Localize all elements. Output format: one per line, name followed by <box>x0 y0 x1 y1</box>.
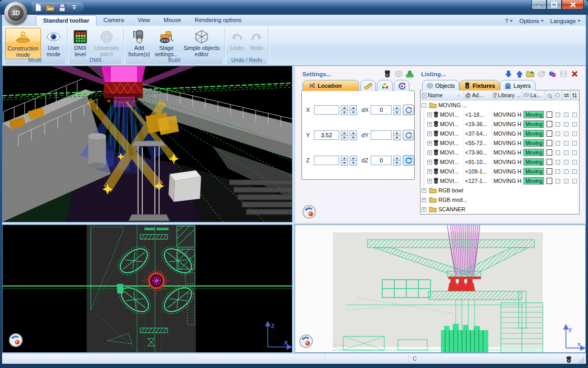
option-checkbox[interactable] <box>572 113 577 117</box>
option-checkbox[interactable] <box>555 122 560 127</box>
move-down-icon[interactable] <box>504 70 512 78</box>
option-checkbox[interactable] <box>555 169 560 174</box>
tab-view[interactable]: View <box>131 15 157 26</box>
tab-objects[interactable]: Objects <box>422 80 459 90</box>
stage-settings-button[interactable]: Stage settings... <box>153 28 180 58</box>
column-name[interactable]: Name <box>421 90 464 100</box>
maximize-button[interactable] <box>547 0 562 9</box>
simple-objects-editor-button[interactable]: Simple objects editor <box>181 28 223 58</box>
dx-input[interactable] <box>371 105 392 115</box>
color-checkbox[interactable] <box>547 149 552 156</box>
tab-mouse[interactable]: Mouse <box>157 15 188 26</box>
option-checkbox[interactable] <box>572 160 577 165</box>
option-checkbox[interactable] <box>564 131 569 136</box>
expand-toggle[interactable]: + <box>427 169 432 174</box>
x-fine-spinner[interactable] <box>350 105 357 115</box>
option-checkbox[interactable] <box>572 122 577 127</box>
dz-spinner[interactable] <box>393 156 401 166</box>
color-checkbox[interactable] <box>547 159 552 165</box>
z-coarse-spinner[interactable] <box>341 156 348 166</box>
z-input[interactable] <box>314 156 339 165</box>
open-folder-icon[interactable] <box>46 3 55 12</box>
dx-spinner[interactable] <box>393 105 401 115</box>
y-input[interactable] <box>314 130 339 140</box>
expand-toggle[interactable]: + <box>422 207 426 212</box>
option-checkbox[interactable] <box>564 113 569 117</box>
dy-sync-button[interactable] <box>403 130 414 140</box>
column-layer[interactable]: La... <box>522 90 545 100</box>
duplicate-icon[interactable] <box>548 70 556 78</box>
move-up-icon[interactable] <box>515 70 523 78</box>
tab-rotation[interactable] <box>394 80 410 91</box>
help-menu[interactable]: ? <box>505 18 513 24</box>
orbit-navigation-icon[interactable] <box>299 334 313 348</box>
dx-sync-button[interactable] <box>403 105 414 115</box>
resize-grip[interactable] <box>578 356 584 362</box>
fixture-settings-icon[interactable] <box>383 70 392 78</box>
options-menu[interactable]: Options <box>519 18 544 24</box>
tab-rendering-options[interactable]: Rendering options <box>188 15 248 26</box>
option-checkbox[interactable] <box>555 150 560 155</box>
option-checkbox[interactable] <box>555 160 560 165</box>
option-checkbox[interactable] <box>555 141 560 146</box>
group-settings-icon[interactable] <box>405 70 414 78</box>
option-checkbox[interactable] <box>564 150 569 155</box>
tab-size[interactable] <box>360 80 376 91</box>
option-checkbox[interactable] <box>572 179 577 183</box>
fixture-row[interactable]: +MOVI... <73-90... MOVING H... Moving <box>421 148 579 157</box>
save-icon[interactable] <box>58 3 67 12</box>
tab-color[interactable] <box>377 80 393 91</box>
collapse-toggle[interactable]: - <box>422 103 426 108</box>
option-checkbox[interactable] <box>572 141 577 146</box>
color-checkbox[interactable] <box>547 130 552 137</box>
option-checkbox[interactable] <box>555 179 560 183</box>
column-sort[interactable] <box>571 90 578 100</box>
color-checkbox[interactable] <box>547 121 552 127</box>
minimize-button[interactable] <box>531 0 547 9</box>
dy-input[interactable] <box>371 130 392 140</box>
new-document-icon[interactable] <box>34 3 43 12</box>
color-checkbox[interactable] <box>547 178 552 184</box>
toolbar-overflow-icon[interactable] <box>70 3 79 12</box>
universes-patch-button[interactable]: Universes patch <box>92 28 121 58</box>
orbit-navigation-icon[interactable] <box>9 333 23 347</box>
delete-icon[interactable] <box>570 70 579 78</box>
user-mode-button[interactable]: User mode <box>42 28 65 59</box>
dz-input[interactable] <box>371 156 392 165</box>
expand-toggle[interactable]: + <box>422 198 426 202</box>
dmx-level-button[interactable]: DMX level <box>70 28 91 58</box>
redo-button[interactable]: Redo <box>247 28 266 53</box>
group-row-scanner[interactable]: + SCANNER <box>421 205 579 214</box>
expand-toggle[interactable]: + <box>427 160 432 165</box>
add-fixtures-button[interactable]: Add fixture(s) <box>126 28 152 58</box>
group-row-rgb-bowl[interactable]: + RGB bowl <box>421 186 579 195</box>
close-button[interactable] <box>562 0 584 9</box>
x-input[interactable] <box>314 105 339 115</box>
option-checkbox[interactable] <box>555 113 560 117</box>
color-checkbox[interactable] <box>547 168 552 175</box>
object-settings-icon[interactable] <box>394 70 403 78</box>
fixture-row[interactable]: +MOVI... <91-10... MOVING H... Moving <box>421 157 579 167</box>
option-checkbox[interactable] <box>564 141 569 146</box>
column-visibility[interactable] <box>554 90 562 100</box>
add-object-icon[interactable] <box>537 70 545 78</box>
expand-toggle[interactable]: + <box>427 150 432 155</box>
y-fine-spinner[interactable] <box>350 130 357 140</box>
column-address[interactable]: @ Ad... <box>464 90 492 100</box>
app-3d-button[interactable]: 3D <box>4 2 27 25</box>
construction-mode-button[interactable]: Construction mode <box>5 28 41 59</box>
group-row-rgb-mod[interactable]: + RGB mod... <box>421 195 579 205</box>
expand-toggle[interactable]: + <box>427 179 432 183</box>
viewport-top-view[interactable]: Z X <box>2 224 292 353</box>
fixture-row[interactable]: +MOVI... <109-1... MOVING H... Moving <box>421 167 579 176</box>
option-checkbox[interactable] <box>564 169 569 174</box>
option-checkbox[interactable] <box>555 131 560 136</box>
fixture-row[interactable]: +MOVI... <19-36... MOVING H... Moving <box>421 119 579 129</box>
color-checkbox[interactable] <box>547 111 552 118</box>
fixture-row[interactable]: +MOVI... <127-1... MOVING H... Moving <box>421 176 579 186</box>
column-color[interactable] <box>545 90 554 100</box>
option-checkbox[interactable] <box>572 169 577 174</box>
option-checkbox[interactable] <box>564 122 569 127</box>
column-library[interactable]: Library ... <box>492 90 522 100</box>
dz-sync-button[interactable] <box>403 155 414 166</box>
